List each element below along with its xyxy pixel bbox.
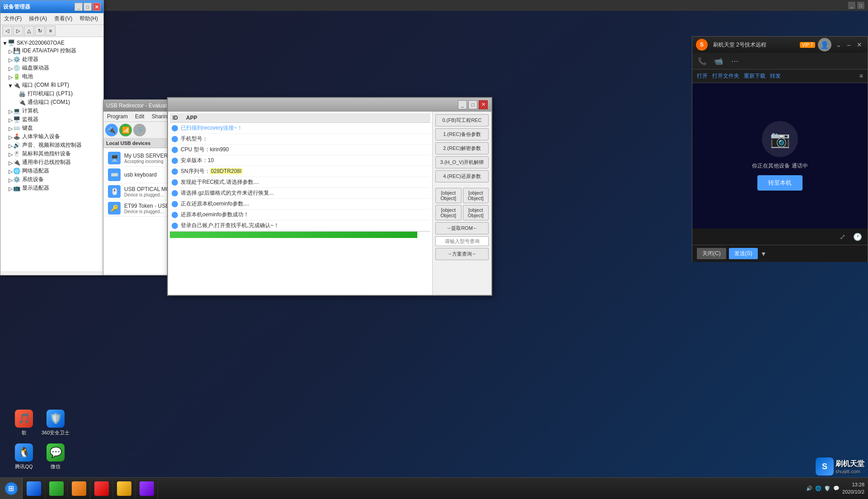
remote-close-button[interactable]: 关闭(C) (697, 248, 726, 259)
tree-monitor[interactable]: ▷ 🖥️ 监视器 (2, 115, 102, 124)
main-maximize-button[interactable]: □ (468, 100, 477, 109)
remote-transfer-button[interactable]: 转至本机 (757, 175, 803, 191)
usb-device-icon-1: ⌨️ (108, 168, 121, 181)
btn-cmd[interactable]: [object Object] (435, 205, 462, 220)
remote-close[interactable]: ✕ (855, 40, 864, 49)
btn-clear-adb[interactable]: [object Object] (463, 205, 489, 220)
log-dot-0 (172, 125, 178, 131)
tree-computer[interactable]: ▷ 💻 计算机 (2, 107, 102, 115)
taskbar-app-1[interactable] (23, 478, 45, 499)
tree-hid[interactable]: ▷ 🕹️ 人体学输入设备 (2, 132, 102, 141)
remote-more-icon[interactable]: ⋯ (728, 55, 741, 67)
remote-send-dropdown[interactable]: ▼ (761, 250, 767, 257)
tree-lpt1[interactable]: 🖨️ 打印机端口 (LPT1) (2, 89, 102, 98)
remote-content: 打开 打开文件夹 重新下载 转发 ≡ 📷 你正在其他设备 通话中 转至本机 ⤢ … (692, 70, 868, 262)
btn-rec-decrypt[interactable]: 2.(REC)解密参数 (435, 142, 489, 154)
btn-hov-unlock[interactable]: 3.(H_O_V)开机解绑 (435, 156, 489, 168)
usb-device-icon-3: 🔑 (108, 202, 121, 215)
qq-app-label: 腾讯QQ (15, 463, 33, 470)
log-dot-2 (172, 147, 178, 153)
remote-phone-icon[interactable]: 📞 (696, 55, 709, 67)
tree-sound[interactable]: ▷ 🔊 声音、视频和游戏控制器 (2, 141, 102, 149)
btn-rec-backup[interactable]: 1.(REC)备份参数 (435, 128, 489, 140)
usb-toolbar-icon2: 📶 (119, 124, 132, 136)
tree-cpu[interactable]: ▷ ⚙️ 处理器 (2, 55, 102, 64)
systray-icon-4: 💬 (833, 485, 840, 491)
desktop-icon-wechat[interactable]: 💬 微信 (40, 443, 71, 470)
btn-fb-rec[interactable]: 0.(FB)写工程REC (435, 114, 489, 126)
taskbar-icon-3 (72, 481, 86, 496)
desktop-icon-qq[interactable]: 🐧 腾讯QQ (8, 443, 40, 470)
remote-redownload-btn[interactable]: 重新下载 (744, 72, 765, 80)
taskbar-app-2[interactable] (45, 478, 68, 499)
remote-open-folder-btn[interactable]: 打开文件夹 (712, 72, 739, 80)
remote-clock-icon[interactable]: 🕐 (852, 231, 863, 242)
taskbar-app-5[interactable] (113, 478, 135, 499)
tree-usb[interactable]: ▷ 🔌 通用串行总线控制器 (2, 158, 102, 167)
remote-expand[interactable]: ⌄ (834, 40, 843, 49)
desktop-icon-360[interactable]: 🛡️ 360安全卫士 (40, 410, 71, 436)
tree-ports[interactable]: ▼ 🔌 端口 (COM 和 LPT) (2, 81, 102, 89)
maximize-button[interactable]: □ (84, 3, 92, 11)
tree-com1[interactable]: 🔌 通信端口 (COM1) (2, 98, 102, 107)
remote-bottom-icons: ⤢ 🕐 (692, 229, 868, 245)
log-dot-8 (172, 212, 178, 218)
btn-into-rec[interactable]: [object Object] (463, 188, 489, 203)
taskbar-app-3[interactable] (68, 478, 90, 499)
remote-vip-badge: VIP 7 (800, 42, 815, 48)
remote-forward-btn[interactable]: 转发 (770, 72, 781, 80)
btn-query-solution[interactable]: →方案查询← (435, 248, 489, 260)
tree-network[interactable]: ▷ 🌐 网络适配器 (2, 167, 102, 175)
remote-minimize[interactable]: – (845, 40, 854, 49)
menu-file[interactable]: 文件(F) (0, 14, 25, 23)
toolbar-properties[interactable]: ≡ (46, 26, 56, 36)
btn-rec-restore[interactable]: 4.(REC)还原参数 (435, 170, 489, 182)
tree-battery[interactable]: ▷ 🔋 电池 (2, 72, 102, 81)
desktop-icon-music[interactable]: 🎵 歌 (8, 410, 40, 436)
taskbar-app-4[interactable] (90, 478, 113, 499)
menu-action[interactable]: 操作(A) (25, 14, 51, 23)
remote-more-options[interactable]: ≡ (859, 72, 863, 80)
menu-view[interactable]: 查看(V) (51, 14, 76, 23)
main-minimize-button[interactable]: _ (458, 100, 467, 109)
taskbar-icon-4 (94, 481, 109, 496)
tree-root[interactable]: ▼ 🖥️ SKY-20200607OAE (2, 39, 102, 47)
tree-keyboard[interactable]: ▷ ⌨️ 键盘 (2, 124, 102, 132)
log-entry-2: CPU 型号：kirin990 (170, 145, 430, 155)
log-dot-1 (172, 136, 178, 142)
log-dot-5 (172, 179, 178, 186)
tree-display[interactable]: ▷ 📺 显示适配器 (2, 184, 102, 192)
remote-expand-icon[interactable]: ⤢ (837, 231, 848, 242)
log-dot-4 (172, 168, 178, 175)
tree-ide[interactable]: ▷ 💾 IDE ATA/ATAPI 控制器 (2, 47, 102, 55)
menu-help[interactable]: 帮助(H) (76, 14, 102, 23)
remote-logo: S (696, 39, 708, 51)
remote-send-button[interactable]: 发送(S) (729, 248, 758, 259)
usb-menu-program[interactable]: Program (103, 112, 131, 121)
toolbar-refresh[interactable]: ↻ (35, 26, 45, 36)
tree-system[interactable]: ▷ ⚙️ 系统设备 (2, 175, 102, 184)
remote-open-btn[interactable]: 打开 (697, 72, 708, 80)
btn-reboot[interactable]: [object Object] (435, 188, 462, 203)
taskbar-app-6[interactable] (135, 478, 158, 499)
query-input[interactable] (435, 236, 489, 246)
start-button[interactable]: ⊞ (0, 478, 23, 499)
main-close-button[interactable]: ✕ (479, 100, 488, 109)
taskbar: ⊞ 🔊 🌐 🛡️ (0, 477, 868, 499)
log-entry-7: 正在还原本机oeminfo参数.... (170, 199, 430, 210)
toolbar-forward[interactable]: ▷ (13, 26, 23, 36)
minimize-button[interactable]: _ (75, 3, 83, 11)
close-button[interactable]: ✕ (93, 3, 101, 11)
device-tree: ▼ 🖥️ SKY-20200607OAE ▷ 💾 IDE ATA/ATAPI 控… (0, 37, 103, 271)
outer-maximize[interactable]: □ (857, 2, 864, 9)
buttons-panel: 0.(FB)写工程REC 1.(REC)备份参数 2.(REC)解密参数 3.(… (433, 112, 491, 295)
toolbar-up[interactable]: △ (24, 26, 34, 36)
remote-video-icon[interactable]: 📹 (712, 55, 725, 67)
tree-mouse[interactable]: ▷ 🖱️ 鼠标和其他指针设备 (2, 149, 102, 158)
usb-menu-edit[interactable]: Edit (131, 112, 148, 121)
btn-extract-rom[interactable]: →提取ROM← (435, 222, 489, 234)
outer-minimize[interactable]: _ (848, 2, 855, 9)
toolbar-back[interactable]: ◁ (2, 26, 12, 36)
remote-chat-area: 关闭(C) 发送(S) ▼ (692, 245, 868, 262)
tree-disk[interactable]: ▷ 💿 磁盘驱动器 (2, 64, 102, 72)
